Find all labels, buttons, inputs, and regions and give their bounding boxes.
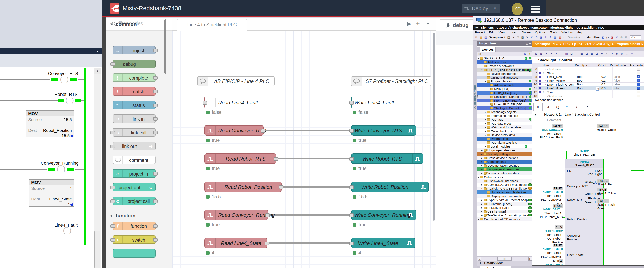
wire[interactable] bbox=[267, 214, 354, 216]
save-project-button[interactable]: Save project bbox=[489, 36, 505, 39]
lad-element-button[interactable]: ↦ bbox=[573, 103, 582, 111]
wire[interactable] bbox=[262, 130, 354, 131]
scroll-left-icon[interactable]: ◀ bbox=[478, 257, 481, 261]
palette-category-common[interactable]: ▼ common bbox=[106, 18, 172, 30]
mov-instruction[interactable]: MOV Source15.5 DestRobot_Position 15.5◀ bbox=[26, 110, 74, 137]
scrollbar-thumb[interactable]: |||| bbox=[498, 257, 512, 261]
tree-expander[interactable]: ▶ bbox=[484, 130, 487, 132]
palette-node[interactable]: ↦ link in bbox=[112, 114, 156, 123]
scrollbar-thumb[interactable] bbox=[94, 231, 100, 268]
menu-item[interactable]: Help bbox=[577, 31, 583, 34]
palette-node[interactable]: ≻ switch bbox=[112, 235, 156, 244]
write-node[interactable]: Write Conveyor_RTS bbox=[351, 125, 416, 136]
read-node[interactable]: Read Line4_State bbox=[204, 238, 267, 248]
undo-icon[interactable]: ↶ bbox=[530, 35, 534, 39]
lad-element-button[interactable]: ⊣⊢ bbox=[533, 103, 542, 111]
output-port[interactable] bbox=[203, 101, 207, 105]
variable-datatype[interactable]: Bool bbox=[576, 79, 600, 82]
palette-node[interactable]: ≈ status bbox=[112, 101, 156, 109]
add-flow-icon[interactable]: + bbox=[416, 19, 420, 27]
save-icon[interactable]: ◫ bbox=[484, 35, 488, 39]
tree-expander[interactable]: ▶ bbox=[484, 145, 487, 148]
read-node[interactable]: Read Line4_Fault bbox=[204, 97, 205, 108]
variable-name[interactable]: Line4_Yellow bbox=[547, 79, 576, 82]
pin-robot-position[interactable]: Robot_Position bbox=[567, 217, 588, 221]
tree-item[interactable]: Display/hide interfaces ✓ bbox=[477, 179, 532, 183]
menu-item[interactable]: Options bbox=[535, 31, 546, 34]
tree-expander[interactable]: ▶ bbox=[484, 115, 487, 117]
network-header[interactable]: ▼ Network 1: Line 4 Stacklight Control bbox=[532, 113, 644, 118]
input-port[interactable] bbox=[350, 157, 354, 161]
monitor-icon[interactable]: ⊡ bbox=[594, 52, 599, 56]
go-offline-button[interactable]: Go offline bbox=[587, 36, 600, 39]
pin-red-light[interactable]: Red_Light bbox=[587, 172, 602, 176]
contact-conveyor-rts[interactable]: ( ) bbox=[50, 77, 78, 83]
input-port[interactable] bbox=[350, 213, 354, 217]
variable-datatype[interactable]: Bool bbox=[576, 83, 600, 86]
panel-collapse-icons[interactable]: ◫ ◀ bbox=[526, 42, 531, 45]
tree-item[interactable]: Devices & networks ✓ bbox=[477, 64, 532, 68]
tree-item[interactable]: ▶ Local modules ✓ bbox=[477, 144, 532, 148]
palette-scrollbar[interactable] bbox=[164, 19, 166, 74]
pin-robot-rts[interactable]: Robot_RTS bbox=[567, 198, 583, 202]
db-instance-label[interactable]: %DB2 "Line4_PLC_DB" bbox=[565, 149, 604, 156]
upload-icon[interactable]: ⇑ bbox=[548, 35, 552, 39]
tab-devices[interactable]: Devices bbox=[480, 47, 496, 52]
tree-item[interactable]: Line4_PLC_DB [DB2] ✓ bbox=[477, 102, 532, 106]
tree-expander[interactable]: ▶ bbox=[481, 184, 483, 186]
pin-conveyor-rts[interactable]: Conveyor_RTS bbox=[567, 184, 588, 188]
open-icon[interactable]: ▨ bbox=[479, 35, 483, 39]
go-online-button[interactable]: Go online bbox=[568, 36, 580, 39]
input-operand[interactable]: FALSE %DB1.DBX12.0 "From_Line4_ PLC".Lin… bbox=[518, 124, 563, 139]
tree-item[interactable]: ▶ PLC tags ✓ bbox=[477, 118, 532, 121]
tree-item[interactable]: ▶ Common data ✓ bbox=[477, 160, 532, 164]
go-to-icon[interactable]: ◆ bbox=[615, 52, 619, 56]
tree-expander[interactable]: ▶ bbox=[484, 126, 487, 128]
tree-expander[interactable]: ▶ bbox=[481, 153, 483, 155]
lad-element-button[interactable]: ↰ bbox=[583, 103, 592, 111]
deploy-caret-icon[interactable]: ▼ bbox=[494, 7, 496, 10]
tree-item[interactable]: ▶ Security settings ✓ bbox=[477, 152, 532, 156]
collapse-icon[interactable]: ⊟ bbox=[584, 52, 589, 56]
tree-expander[interactable]: ▶ bbox=[477, 218, 480, 220]
checkbox[interactable] bbox=[637, 83, 640, 86]
tree-item[interactable]: ▶ COM [RS232/PPI multi-master c... ✓ bbox=[477, 183, 532, 187]
output-port[interactable] bbox=[264, 242, 269, 245]
tab-line4-to-stacklight[interactable]: Line 4 to Stacklight PLC bbox=[177, 19, 247, 31]
start-icon[interactable]: ▥ bbox=[553, 35, 557, 39]
column-name[interactable]: Name bbox=[541, 63, 574, 67]
column-accessible[interactable]: Accessible bbox=[628, 63, 644, 67]
tree-item[interactable]: Line4_PLC [FB2] ✓ bbox=[477, 91, 532, 95]
input-operand[interactable]: TRUE %DB1.DBX0.0 "From_Line4_ PLC".Conve… bbox=[518, 186, 563, 206]
variable-default[interactable]: false bbox=[612, 86, 633, 90]
tree-item[interactable]: ▼ Online access ✓ bbox=[477, 175, 532, 179]
palette-node[interactable]: « project out bbox=[112, 183, 156, 191]
input-operand[interactable]: TRUE %DB1.DBX0.1 "From_Line4_ PLC".Robot… bbox=[518, 204, 563, 219]
wire[interactable] bbox=[266, 243, 354, 244]
tree-item[interactable]: Main [OB1] ✓ bbox=[477, 87, 532, 91]
comment-toggle-icon[interactable]: ○ bbox=[574, 52, 579, 56]
palette-node[interactable]: ƒ function bbox=[112, 222, 156, 230]
variable-name[interactable]: Line4_Green bbox=[547, 87, 576, 90]
vsplit-icon[interactable]: ⊞ bbox=[624, 35, 628, 39]
tree-item[interactable]: From_Line4_PLC [DB1] ✓ bbox=[477, 99, 532, 102]
tree-item[interactable]: Device configuration ✓ bbox=[477, 72, 532, 76]
tree-expander[interactable]: ▶ bbox=[481, 149, 483, 151]
pin-line4-state[interactable]: Line4_State bbox=[567, 253, 584, 257]
go-online-icon[interactable]: ◌ bbox=[562, 35, 566, 39]
input-port[interactable] bbox=[350, 101, 354, 105]
read-node[interactable]: Read Conveyor_RTS bbox=[204, 125, 264, 136]
tree-item[interactable]: PLC alarm text lists ✓ bbox=[477, 141, 532, 144]
copy-icon[interactable]: ⊡ bbox=[516, 35, 520, 39]
variable-default[interactable] bbox=[612, 94, 633, 98]
menu-item[interactable]: Edit bbox=[489, 31, 494, 34]
comment-node[interactable]: AB EIP/CIP - Line 4 PLC bbox=[197, 76, 274, 86]
read-node[interactable]: Read Robot_RTS bbox=[204, 153, 276, 164]
input-port[interactable] bbox=[350, 185, 354, 189]
variable-default[interactable]: false bbox=[612, 79, 633, 82]
table-row[interactable]: 7 ▼ Static bbox=[532, 71, 644, 75]
tab-list-icon[interactable]: ▼ bbox=[426, 22, 430, 26]
tree-expander[interactable]: ▶ bbox=[481, 161, 483, 163]
expand1-icon[interactable]: ⊞ bbox=[580, 52, 584, 56]
menu-item[interactable]: View bbox=[499, 31, 505, 34]
